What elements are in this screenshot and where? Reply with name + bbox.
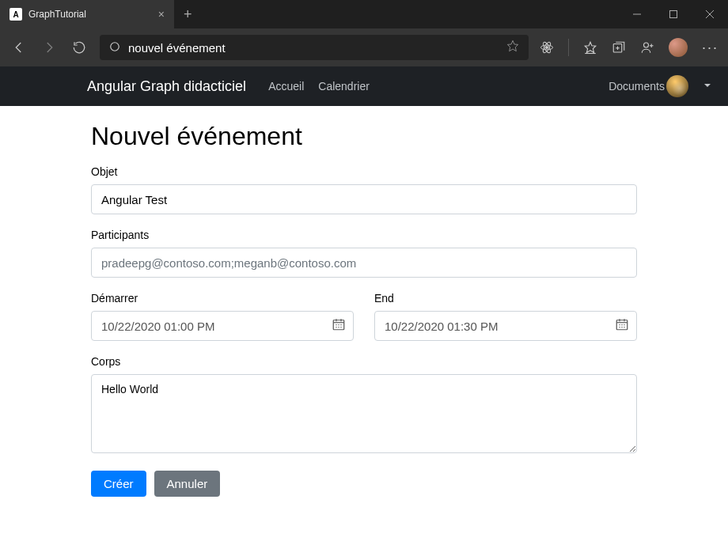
browser-titlebar: A GraphTutorial × +: [0, 0, 728, 28]
toolbar-divider: [568, 39, 569, 56]
site-info-icon: [109, 41, 120, 55]
collections-icon[interactable]: [612, 40, 626, 55]
svg-marker-5: [507, 40, 518, 51]
body-textarea[interactable]: [91, 374, 637, 453]
svg-point-4: [111, 42, 119, 51]
start-label: Démarrer: [91, 292, 354, 305]
body-label: Corps: [91, 355, 637, 368]
end-datetime-input[interactable]: [374, 311, 637, 341]
svg-rect-1: [670, 11, 677, 18]
attendees-label: Participants: [91, 229, 637, 241]
browser-toolbar: nouvel événement ···: [0, 28, 728, 66]
profile-icon[interactable]: [640, 40, 654, 55]
svg-marker-18: [704, 84, 711, 87]
back-button[interactable]: [9, 38, 28, 57]
window-minimize-button[interactable]: [619, 0, 655, 28]
tab-title: GraphTutorial: [28, 9, 152, 20]
browser-tab[interactable]: A GraphTutorial ×: [0, 0, 174, 28]
page-title: Nouvel événement: [91, 122, 637, 151]
create-button[interactable]: Créer: [91, 471, 146, 497]
nav-link-home[interactable]: Accueil: [268, 80, 304, 93]
favorite-star-icon[interactable]: [506, 40, 519, 55]
end-label: End: [374, 292, 637, 305]
window-maximize-button[interactable]: [655, 0, 692, 28]
subject-input[interactable]: [91, 184, 637, 214]
svg-point-6: [545, 47, 548, 49]
chevron-down-icon[interactable]: [703, 79, 712, 93]
page-content: Nouvel événement Objet Participants Déma…: [0, 106, 728, 513]
app-user-avatar[interactable]: [666, 75, 688, 97]
more-menu-icon[interactable]: ···: [702, 40, 719, 56]
subject-label: Objet: [91, 165, 637, 178]
address-text: nouvel événement: [128, 41, 499, 55]
user-avatar-icon[interactable]: [669, 38, 688, 57]
forward-button[interactable]: [40, 38, 59, 57]
app-brand[interactable]: Angular Graph didacticiel: [87, 78, 246, 95]
start-datetime-input[interactable]: [91, 311, 354, 341]
react-devtools-icon[interactable]: [540, 40, 554, 55]
nav-documents-label[interactable]: Documents: [609, 80, 665, 93]
close-tab-icon[interactable]: ×: [158, 8, 165, 21]
attendees-input[interactable]: [91, 248, 637, 278]
tab-favicon: A: [9, 8, 22, 21]
app-navbar: Angular Graph didacticiel Accueil Calend…: [0, 66, 728, 106]
svg-point-15: [643, 43, 648, 47]
cancel-button[interactable]: Annuler: [154, 471, 221, 497]
favorites-icon[interactable]: [583, 40, 597, 55]
address-bar[interactable]: nouvel événement: [100, 35, 529, 60]
refresh-button[interactable]: [70, 38, 89, 57]
window-close-button[interactable]: [692, 0, 728, 28]
new-tab-button[interactable]: +: [174, 0, 202, 28]
svg-marker-10: [585, 42, 596, 52]
nav-link-calendar[interactable]: Calendrier: [318, 80, 370, 93]
